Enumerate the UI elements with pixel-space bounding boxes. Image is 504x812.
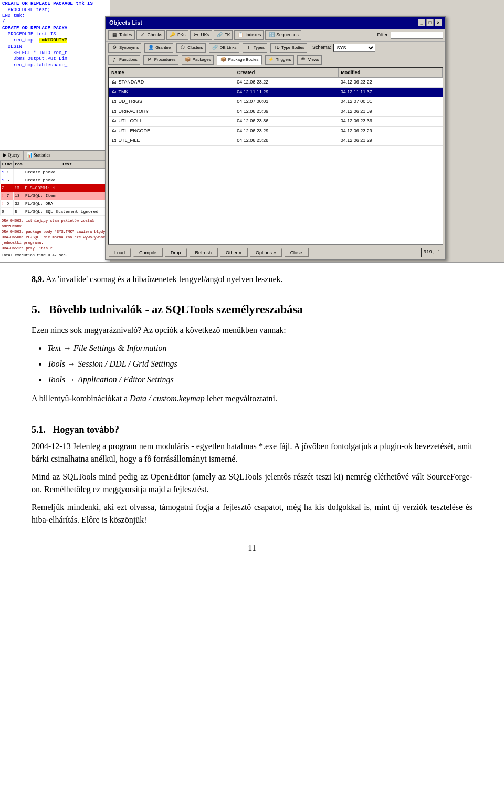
object-list-scroll[interactable]: Name Created Modified 🗂STANDARD 04.12.06… <box>109 68 443 162</box>
table-row[interactable]: 🗂STANDARD 04.12.06 23:22 04.12.06 23:22 <box>109 78 443 88</box>
table-row[interactable]: 🗂URIFACTORY 04.12.06 23:39 04.12.06 23:3… <box>109 107 443 117</box>
maximize-button[interactable]: □ <box>426 19 434 26</box>
info-icon: i <box>2 178 4 182</box>
refresh-button[interactable]: Refresh <box>189 248 218 257</box>
checks-label: Checks <box>148 32 162 38</box>
type-bodies-icon: TB <box>273 44 280 51</box>
sequences-icon-btn[interactable]: 🔢 Sequences <box>265 30 301 40</box>
screenshot-area: CREATE OR REPLACE PACKAGE tmk IS PROCEDU… <box>0 0 504 263</box>
subsection51: 5.1. Hogyan tovább? <box>32 423 472 437</box>
type-bodies-label: Type Bodies <box>281 45 304 51</box>
para3: Remeljük mindenki, aki ezt olvassa, támo… <box>32 501 472 526</box>
other-button[interactable]: Other » <box>219 248 248 257</box>
row-icon-selected: 🗂 <box>111 89 118 95</box>
procedures-label: Procedures <box>154 57 176 63</box>
msg-row-highlighted: 7 13 PLS-00201: i <box>1 184 110 192</box>
fk-label: FK <box>225 32 230 38</box>
packages-label: Packages <box>193 57 211 63</box>
indexes-icon-btn[interactable]: 📋 Indexes <box>234 30 264 40</box>
para1: 2004-12-13 Jelenleg a program nem modulá… <box>32 440 472 465</box>
col-modified[interactable]: Modified <box>339 68 443 78</box>
options-button[interactable]: Options » <box>249 248 282 257</box>
procedures-btn[interactable]: P Procedures <box>143 55 178 65</box>
status-bar: 319, 1 <box>421 248 443 257</box>
schema-row: ⚙ Synonyms 👤 Grantee ⬡ Clusters 🔗 DB Lin… <box>106 42 445 54</box>
dblinks-btn[interactable]: 🔗 DB Links <box>209 43 239 53</box>
section5-title: 5. Bôvebb tudnivalók - az SQLTools szemé… <box>32 300 472 318</box>
table-row[interactable]: 🗂UD_TRIGS 04.12.07 00:01 04.12.07 00:01 <box>109 97 443 107</box>
table-row[interactable]: 🗂UTL_FILE 04.12.06 23:28 04.12.06 23:29 <box>109 136 443 146</box>
statistics-msg-tab[interactable]: 📊Statistics <box>24 151 55 160</box>
filter-label: Filter: <box>377 32 390 39</box>
section5-intro: Ezen nincs sok magyaráznivaló? Az opciók… <box>32 324 472 337</box>
table-row[interactable]: 🗂TMK 04.12.11 11:29 04.12.11 11:37 <box>109 87 443 97</box>
schema-label: Schema: <box>312 44 331 51</box>
sequences-icon: 🔢 <box>268 32 275 39</box>
procedures-icon: P <box>146 56 153 64</box>
views-icon: 👁 <box>300 56 307 64</box>
type-bodies-btn[interactable]: TB Type Bodies <box>270 43 307 53</box>
functions-icon: ƒ <box>111 56 118 64</box>
triggers-icon: ⚡ <box>268 56 275 64</box>
drop-button[interactable]: Drop <box>164 248 187 257</box>
col-created[interactable]: Created <box>235 68 339 78</box>
synonyms-icon: ⚙ <box>111 44 118 51</box>
col-name[interactable]: Name <box>109 68 235 78</box>
package-bodies-btn[interactable]: 📦 Package Bodies <box>217 55 262 65</box>
row-icon: 🗂 <box>111 138 118 144</box>
schema-select-group: Schema: SYS <box>312 44 375 52</box>
tables-icon-btn[interactable]: ▦ Tables <box>108 30 135 40</box>
error-line: ORA-06512: przy linia 2 <box>2 246 109 252</box>
schema-toolbar: ▦ Tables ✓ Checks 🔑 PKs 🗝 UKs 🔗 FK 📋 I <box>106 29 445 42</box>
close-button[interactable]: × <box>435 19 442 26</box>
pks-icon-btn[interactable]: 🔑 PKs <box>166 30 188 40</box>
para2: Mind az SQLTools mind pedig az OpenEdito… <box>32 471 472 496</box>
table-row[interactable]: 🗂UTL_COLL 04.12.06 23:36 04.12.06 23:36 <box>109 117 443 127</box>
filter-group: Filter: <box>377 32 444 39</box>
synonyms-btn[interactable]: ⚙ Synonyms <box>108 43 141 53</box>
uks-icon-btn[interactable]: 🗝 UKs <box>190 30 212 40</box>
msg-row: ! 7 13 PL/SQL: Item <box>1 192 110 200</box>
query-msg-tab[interactable]: ▶Query <box>0 151 24 160</box>
dialog-title: Objects List <box>109 18 142 27</box>
compile-button[interactable]: Compile <box>133 248 163 257</box>
row-icon: 🗂 <box>111 99 118 105</box>
bullet-list: Text → File Settings & Information Tools… <box>47 342 472 386</box>
section-number: 8,9. <box>32 275 44 284</box>
functions-btn[interactable]: ƒ Functions <box>108 55 140 65</box>
synonyms-label: Synonyms <box>119 45 139 51</box>
views-btn[interactable]: 👁 Views <box>297 55 322 65</box>
msg-row: i 1 Create packa <box>1 169 110 176</box>
filter-input[interactable] <box>391 32 443 39</box>
packages-btn[interactable]: 📦 Packages <box>182 55 214 65</box>
error-icon: ! <box>2 201 4 206</box>
list-item: Tools → Application / Editor Settings <box>47 373 472 386</box>
grantee-btn[interactable]: 👤 Grantee <box>144 43 173 53</box>
schema-select[interactable]: SYS <box>333 44 375 52</box>
clusters-btn[interactable]: ⬡ Clusters <box>176 43 205 53</box>
page-number: 11 <box>32 542 472 555</box>
clusters-icon: ⬡ <box>179 44 186 51</box>
msg-row: 9 5 PL/SQL: SQL Statement ignored <box>1 208 110 216</box>
fk-icon-btn[interactable]: 🔗 FK <box>214 30 233 40</box>
package-bodies-label: Package Bodies <box>228 57 259 63</box>
row-icon: 🗂 <box>111 118 118 124</box>
section-intro: 8,9. Az 'invalide' csomag és a hibaüzene… <box>32 273 472 286</box>
object-list-area: Name Created Modified 🗂STANDARD 04.12.06… <box>108 67 443 245</box>
pks-icon: 🔑 <box>169 32 176 39</box>
indexes-icon: 📋 <box>237 32 244 39</box>
row-icon: 🗂 <box>111 128 118 134</box>
checks-icon-btn[interactable]: ✓ Checks <box>136 30 165 40</box>
error-line: ORA-04063: package body "SYS.TMK" zawier… <box>2 229 109 235</box>
objects-dialog: Objects List _ □ × ▦ Tables ✓ Checks 🔑 P… <box>105 16 446 260</box>
close-dialog-button[interactable]: Close <box>284 248 309 257</box>
page-content: 8,9. Az 'invalide' csomag és a hibaüzene… <box>0 263 504 565</box>
bullet-suffix: A billentyû-kombinációkat a Data / custo… <box>32 392 472 405</box>
table-row[interactable]: 🗂UTL_ENCODE 04.12.06 23:29 04.12.06 23:2… <box>109 126 443 136</box>
error-text-area: ORA-04063: istniejący stan pakietów zost… <box>0 217 110 259</box>
triggers-btn[interactable]: ⚡ Triggers <box>265 55 294 65</box>
load-button[interactable]: Load <box>108 248 131 257</box>
col-pos: Pos <box>14 161 24 169</box>
types-btn[interactable]: T Types <box>243 43 267 53</box>
minimize-button[interactable]: _ <box>418 19 425 26</box>
